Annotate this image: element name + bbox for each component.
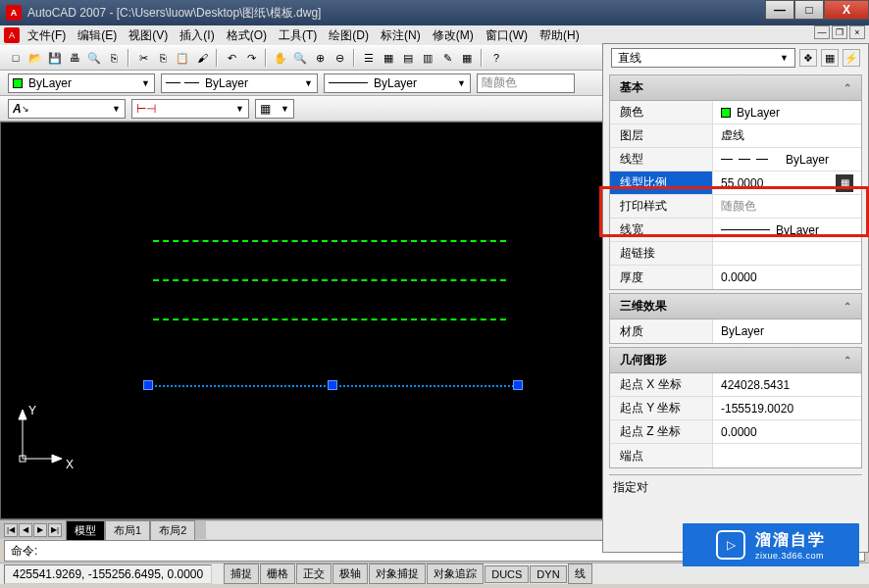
paste-icon[interactable]: 📋 <box>175 50 190 66</box>
zoom-realtime-icon[interactable]: 🔍 <box>292 50 308 66</box>
toggle-grid[interactable]: 栅格 <box>260 564 295 584</box>
prop-row-startx[interactable]: 起点 X 坐标 424028.5431 <box>610 373 861 397</box>
prop-row-color[interactable]: 颜色 ByLayer <box>610 101 861 124</box>
mdi-restore[interactable]: ❐ <box>832 25 847 39</box>
linetype-combo[interactable]: ByLayer ▼ <box>161 74 318 93</box>
lineweight-combo[interactable]: ByLayer ▼ <box>324 74 471 93</box>
toggle-dyn[interactable]: DYN <box>530 565 566 583</box>
toggle-ducs[interactable]: DUCS <box>485 565 529 583</box>
tablestyle-combo[interactable]: ▦ ▼ <box>255 99 294 119</box>
toggle-ortho[interactable]: 正交 <box>296 564 332 584</box>
toolpalettes-icon[interactable]: ▤ <box>400 50 416 66</box>
menu-dimension[interactable]: 标注(N) <box>377 25 425 46</box>
prop-row-startz[interactable]: 起点 Z 坐标 0.0000 <box>610 420 861 444</box>
object-type-combo[interactable]: 直线 ▼ <box>611 48 795 68</box>
quick-select-icon[interactable]: ⚡ <box>843 49 860 67</box>
copy-icon[interactable]: ⎘ <box>155 50 171 66</box>
dimstyle-combo[interactable]: ⊢⊣ ▼ <box>131 99 249 119</box>
menu-draw[interactable]: 绘图(D) <box>325 25 373 46</box>
grip-mid[interactable] <box>328 380 337 390</box>
prop-row-thickness[interactable]: 厚度 0.0000 <box>610 266 861 289</box>
properties-icon[interactable]: ☰ <box>361 50 377 66</box>
minimize-button[interactable]: — <box>765 0 794 20</box>
color-swatch-icon <box>721 108 731 118</box>
prop-row-starty[interactable]: 起点 Y 坐标 -155519.0020 <box>610 397 861 420</box>
maximize-button[interactable]: □ <box>794 0 824 20</box>
publish-icon[interactable]: ⎘ <box>106 50 122 66</box>
tab-next-icon[interactable]: ▶ <box>33 523 47 537</box>
prop-row-hyperlink[interactable]: 超链接 <box>610 242 861 266</box>
toggle-pickadd-icon[interactable]: ❖ <box>799 49 817 67</box>
menu-file[interactable]: 文件(F) <box>24 25 70 46</box>
zoom-window-icon[interactable]: ⊕ <box>312 50 328 66</box>
toggle-polar[interactable]: 极轴 <box>332 564 368 584</box>
prop-label: 起点 Y 坐标 <box>610 397 713 419</box>
plot-icon[interactable]: 🖶 <box>67 50 82 66</box>
mdi-close[interactable]: × <box>849 25 865 39</box>
prop-row-ltscale[interactable]: 线型比例 55.0000▦ <box>610 172 861 195</box>
save-icon[interactable]: 💾 <box>47 50 63 66</box>
section-3d-header[interactable]: 三维效果 ⌃ <box>609 293 862 319</box>
sheetset-icon[interactable]: ▥ <box>420 50 435 66</box>
toggle-snap[interactable]: 捕捉 <box>224 564 259 584</box>
undo-icon[interactable]: ↶ <box>224 50 239 66</box>
prop-row-material[interactable]: 材质 ByLayer <box>610 319 861 343</box>
cut-icon[interactable]: ✂ <box>135 50 151 66</box>
grip-end[interactable] <box>513 380 523 390</box>
mdi-minimize[interactable]: — <box>814 25 830 39</box>
dropdown-icon: ▼ <box>112 104 121 114</box>
prop-value: 随颜色 <box>721 198 756 215</box>
prop-label: 线型比例 <box>610 172 713 194</box>
coordinates-display[interactable]: 425541.9269, -155256.6495, 0.0000 <box>4 564 212 584</box>
toggle-otrack[interactable]: 对象追踪 <box>427 564 484 584</box>
menu-insert[interactable]: 插入(I) <box>176 25 218 46</box>
prop-row-lineweight[interactable]: 线宽 ByLayer <box>610 219 861 242</box>
close-button[interactable]: X <box>824 0 869 20</box>
preview-icon[interactable]: 🔍 <box>86 50 102 66</box>
prop-label: 图层 <box>610 124 713 147</box>
markup-icon[interactable]: ✎ <box>439 50 455 66</box>
section-geometry-header[interactable]: 几何图形 ⌃ <box>609 347 862 373</box>
open-icon[interactable]: 📂 <box>27 50 43 66</box>
menu-modify[interactable]: 修改(M) <box>429 25 478 46</box>
select-objects-icon[interactable]: ▦ <box>821 49 839 67</box>
menu-format[interactable]: 格式(O) <box>223 25 271 46</box>
props-footer: 指定对 <box>609 474 862 500</box>
prop-label: 端点 <box>610 444 713 467</box>
menu-window[interactable]: 窗口(W) <box>482 25 532 46</box>
menu-help[interactable]: 帮助(H) <box>536 25 584 46</box>
grip-start[interactable] <box>143 380 153 390</box>
matchprop-icon[interactable]: 🖌 <box>194 50 210 66</box>
tab-layout2[interactable]: 布局2 <box>150 520 195 540</box>
new-icon[interactable]: □ <box>8 50 24 66</box>
calculator-icon[interactable]: ▦ <box>836 174 853 192</box>
plotstyle-combo[interactable]: 随颜色 <box>477 74 575 93</box>
calc-icon[interactable]: ▦ <box>459 50 475 66</box>
help-icon[interactable]: ? <box>488 50 504 66</box>
pan-icon[interactable]: ✋ <box>273 50 288 66</box>
textstyle-combo[interactable]: A↘ ▼ <box>8 99 126 119</box>
designcenter-icon[interactable]: ▦ <box>381 50 396 66</box>
prop-value: 虚线 <box>721 127 744 144</box>
layer-color-text: ByLayer <box>28 76 72 90</box>
tab-prev-icon[interactable]: ◀ <box>19 523 32 537</box>
redo-icon[interactable]: ↷ <box>243 50 259 66</box>
layer-color-combo[interactable]: ByLayer ▼ <box>8 74 155 93</box>
dropdown-icon: ▼ <box>235 104 244 114</box>
tab-layout1[interactable]: 布局1 <box>105 520 150 540</box>
zoom-previous-icon[interactable]: ⊖ <box>332 50 347 66</box>
menu-tools[interactable]: 工具(T) <box>275 25 321 46</box>
tab-model[interactable]: 模型 <box>66 520 105 540</box>
menu-edit[interactable]: 编辑(E) <box>74 25 121 46</box>
toggle-lwt[interactable]: 线 <box>568 564 592 584</box>
prop-row-linetype[interactable]: 线型 ByLayer <box>610 148 861 172</box>
menu-view[interactable]: 视图(V) <box>125 25 172 46</box>
prop-row-layer[interactable]: 图层 虚线 <box>610 124 861 148</box>
toggle-osnap[interactable]: 对象捕捉 <box>369 564 426 584</box>
prop-row-plotstyle[interactable]: 打印样式 随颜色 <box>610 195 861 219</box>
prop-label: 厚度 <box>610 266 713 289</box>
prop-row-endpoint[interactable]: 端点 <box>610 444 861 467</box>
tab-last-icon[interactable]: ▶| <box>48 523 62 537</box>
section-basic-header[interactable]: 基本 ⌃ <box>609 74 862 101</box>
tab-first-icon[interactable]: |◀ <box>4 523 18 537</box>
